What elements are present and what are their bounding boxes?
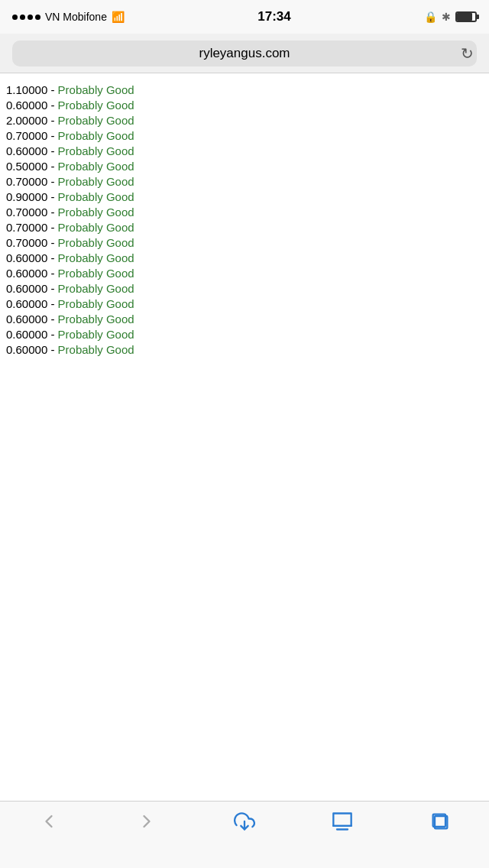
list-item: 2.00000 - Probably Good	[6, 113, 483, 128]
signal-dots	[12, 15, 40, 20]
list-item: 0.90000 - Probably Good	[6, 189, 483, 205]
value-text: 0.60000 -	[6, 144, 58, 157]
list-item: 0.70000 - Probably Good	[6, 128, 483, 144]
status-right: 🔒 ✱	[424, 11, 477, 23]
status-text: Probably Good	[58, 282, 134, 295]
reload-button[interactable]: ↻	[461, 44, 474, 63]
value-text: 0.60000 -	[6, 267, 58, 280]
value-text: 1.10000 -	[6, 83, 58, 96]
list-item: 0.60000 - Probably Good	[6, 251, 483, 266]
status-text: Probably Good	[58, 297, 134, 310]
lock-icon: 🔒	[424, 11, 437, 23]
value-text: 0.70000 -	[6, 175, 58, 188]
value-text: 0.60000 -	[6, 328, 58, 341]
value-text: 0.70000 -	[6, 221, 58, 234]
back-button[interactable]	[38, 811, 60, 832]
status-bar: VN Mobifone 📶 17:34 🔒 ✱	[0, 0, 489, 34]
value-text: 0.60000 -	[6, 251, 58, 264]
value-text: 0.90000 -	[6, 190, 58, 203]
status-text: Probably Good	[58, 190, 134, 203]
value-text: 0.70000 -	[6, 206, 58, 219]
status-text: Probably Good	[58, 313, 134, 326]
value-text: 2.00000 -	[6, 114, 58, 127]
status-text: Probably Good	[58, 221, 134, 234]
value-text: 0.70000 -	[6, 129, 58, 142]
content-area: 1.10000 - Probably Good0.60000 - Probabl…	[0, 73, 489, 801]
forward-button[interactable]	[136, 811, 157, 832]
list-item: 0.70000 - Probably Good	[6, 235, 483, 251]
status-text: Probably Good	[58, 83, 134, 96]
status-text: Probably Good	[58, 251, 134, 264]
list-item: 0.60000 - Probably Good	[6, 144, 483, 159]
status-text: Probably Good	[58, 267, 134, 280]
status-text: Probably Good	[58, 328, 134, 341]
time-display: 17:34	[257, 9, 290, 24]
list-item: 0.50000 - Probably Good	[6, 159, 483, 174]
value-text: 0.70000 -	[6, 236, 58, 249]
list-item: 0.70000 - Probably Good	[6, 174, 483, 189]
list-item: 0.60000 - Probably Good	[6, 342, 483, 358]
status-text: Probably Good	[58, 114, 134, 127]
value-text: 0.60000 -	[6, 313, 58, 326]
carrier-label: VN Mobifone	[45, 11, 107, 23]
tabs-button[interactable]	[429, 811, 451, 832]
status-text: Probably Good	[58, 175, 134, 188]
bluetooth-icon: ✱	[442, 11, 451, 23]
value-text: 0.60000 -	[6, 282, 58, 295]
status-text: Probably Good	[58, 343, 134, 356]
value-text: 0.60000 -	[6, 99, 58, 112]
address-bar: ryleyangus.com ↻	[0, 34, 489, 73]
list-item: 0.60000 - Probably Good	[6, 281, 483, 296]
value-text: 0.60000 -	[6, 297, 58, 310]
wifi-icon: 📶	[112, 11, 125, 23]
status-text: Probably Good	[58, 236, 134, 249]
status-text: Probably Good	[58, 206, 134, 219]
status-text: Probably Good	[58, 99, 134, 112]
list-item: 0.70000 - Probably Good	[6, 205, 483, 220]
address-input[interactable]: ryleyangus.com	[12, 40, 477, 66]
list-item: 1.10000 - Probably Good	[6, 83, 483, 98]
bookmarks-button[interactable]	[332, 811, 353, 832]
status-text: Probably Good	[58, 129, 134, 142]
value-text: 0.60000 -	[6, 343, 58, 356]
list-item: 0.60000 - Probably Good	[6, 312, 483, 327]
list-item: 0.60000 - Probably Good	[6, 296, 483, 312]
list-item: 0.60000 - Probably Good	[6, 266, 483, 281]
battery-icon	[455, 11, 477, 22]
share-button[interactable]	[234, 811, 255, 832]
status-text: Probably Good	[58, 160, 134, 173]
value-text: 0.50000 -	[6, 160, 58, 173]
status-text: Probably Good	[58, 144, 134, 157]
list-item: 0.60000 - Probably Good	[6, 327, 483, 342]
list-item: 0.70000 - Probably Good	[6, 220, 483, 235]
status-left: VN Mobifone 📶	[12, 11, 125, 23]
list-item: 0.60000 - Probably Good	[6, 98, 483, 113]
address-text: ryleyangus.com	[199, 46, 290, 61]
bottom-toolbar	[0, 801, 489, 868]
